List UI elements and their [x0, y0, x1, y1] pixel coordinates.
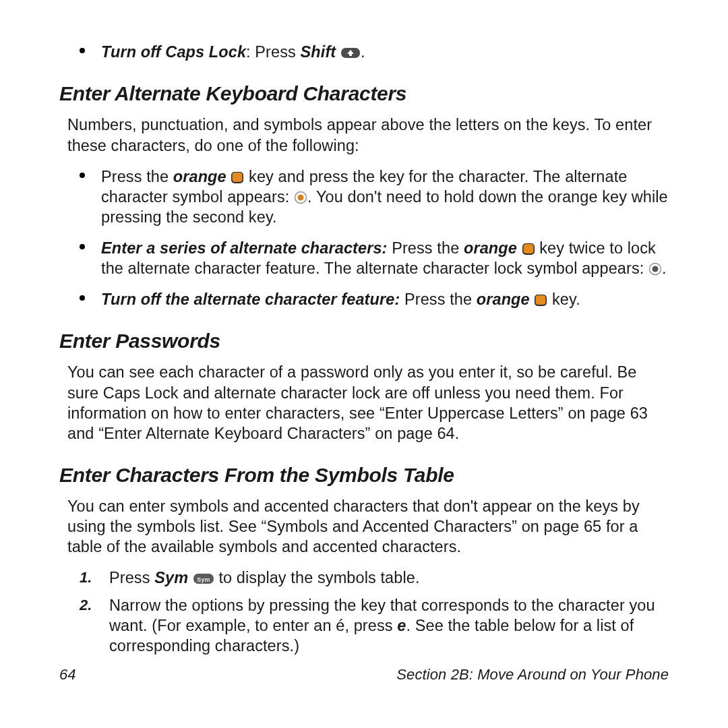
svg-rect-3: [233, 173, 243, 182]
label: Turn off the alternate character feature…: [101, 291, 400, 308]
step-number: 2.: [80, 596, 92, 615]
heading-alternate-chars: Enter Alternate Keyboard Characters: [59, 81, 669, 107]
bullet-series-alternate: Enter a series of alternate characters: …: [67, 238, 669, 278]
paragraph: You can enter symbols and accented chara…: [67, 496, 669, 557]
text: Press the: [388, 239, 464, 257]
sym-key-icon: Sym: [193, 572, 214, 585]
bullet-press-orange: Press the orange key and press the key f…: [67, 166, 669, 227]
svg-rect-7: [523, 244, 533, 253]
heading-passwords: Enter Passwords: [59, 328, 669, 354]
section-label: Section 2B: Move Around on Your Phone: [396, 665, 669, 684]
heading-symbols-table: Enter Characters From the Symbols Table: [59, 462, 669, 488]
label: Enter a series of alternate characters:: [101, 239, 388, 257]
page-number: 64: [59, 665, 76, 684]
text: .: [662, 260, 667, 277]
label-shift: Shift: [301, 43, 336, 61]
text: : Press: [246, 43, 300, 61]
label-e: e: [397, 617, 406, 634]
label-orange: orange: [464, 239, 517, 257]
svg-text:Sym: Sym: [197, 576, 210, 583]
alt-lock-symbol-icon: [648, 262, 662, 276]
alt-symbol-icon: [294, 191, 307, 204]
label-orange: orange: [173, 168, 226, 185]
label-sym: Sym: [154, 569, 188, 586]
paragraph: You can see each character of a password…: [67, 362, 669, 443]
paragraph: Numbers, punctuation, and symbols appear…: [67, 115, 669, 155]
orange-key-icon: [534, 293, 547, 307]
text: .: [361, 43, 365, 61]
step-number: 1.: [80, 568, 92, 587]
text: Press: [109, 569, 154, 586]
step-1: 1. Press Sym Sym to display the symbols …: [67, 568, 669, 588]
page: Turn off Caps Lock: Press Shift . Enter …: [0, 0, 728, 728]
shift-key-icon: [340, 46, 361, 59]
svg-point-5: [298, 194, 304, 200]
bullet-turn-off-alternate: Turn off the alternate character feature…: [67, 289, 669, 309]
orange-key-icon: [522, 242, 535, 255]
text: Press the: [101, 168, 173, 185]
step-2: 2. Narrow the options by pressing the ke…: [67, 595, 669, 656]
svg-rect-11: [536, 295, 546, 305]
text: key.: [552, 291, 580, 308]
label-orange: orange: [477, 291, 530, 308]
text: to display the symbols table.: [218, 569, 419, 586]
orange-key-icon: [231, 171, 244, 184]
text: Press the: [400, 291, 476, 308]
bullet-caps-lock-off: Turn off Caps Lock: Press Shift .: [67, 42, 669, 62]
page-footer: 64 Section 2B: Move Around on Your Phone: [59, 665, 669, 684]
svg-point-9: [653, 266, 659, 272]
label: Turn off Caps Lock: [101, 43, 246, 61]
